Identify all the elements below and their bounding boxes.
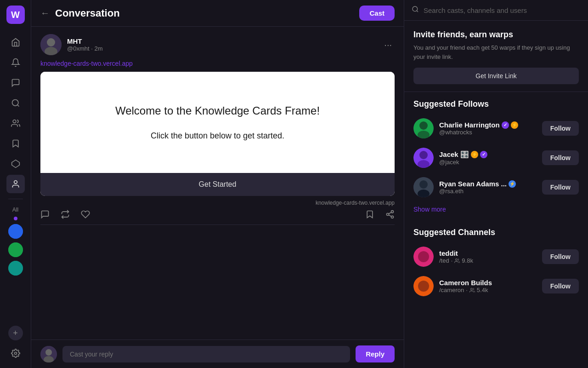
svg-point-5: [14, 352, 17, 355]
svg-point-2: [13, 120, 16, 123]
reply-input[interactable]: [62, 346, 350, 362]
post-header: MHT @0xmht · 2m ···: [40, 34, 395, 55]
page-title: Conversation: [55, 7, 354, 19]
charlie-avatar[interactable]: [413, 118, 434, 138]
svg-point-9: [391, 211, 394, 213]
add-button[interactable]: +: [8, 326, 23, 340]
charlie-info: Charlie Harrington ✓ ⚡ @whatrocks: [439, 121, 537, 136]
feed-avatars: [8, 224, 23, 276]
feed-area: MHT @0xmht · 2m ··· knowledge-cards-two.…: [31, 27, 404, 339]
feed-avatar-2[interactable]: [8, 242, 23, 257]
follow-item-jacek: Jacek 🎛️ ⚡ ✓ @jacek Follow: [404, 143, 588, 172]
svg-point-17: [413, 6, 418, 12]
cast-button[interactable]: Cast: [359, 6, 395, 21]
suggested-follows-section: Suggested Follows Charlie Harrington ✓ ⚡…: [404, 92, 588, 220]
follow-teddit-button[interactable]: Follow: [542, 249, 579, 264]
invite-title: Invite friends, earn warps: [413, 30, 579, 40]
teddit-info: teddit /ted · 9.8k: [439, 249, 537, 264]
search-bar: [404, 0, 588, 21]
ryan-info: Ryan Sean Adams ... ⚡ @rsa.eth: [439, 180, 537, 195]
frame-card: Welcome to the Knowledge Cards Frame! Cl…: [40, 72, 395, 196]
feed-avatar-1[interactable]: [8, 224, 23, 239]
cameron-name: Cameron Builds: [439, 279, 537, 287]
charlie-handle: @whatrocks: [439, 129, 537, 136]
bolt-badge: ⚡: [511, 121, 518, 129]
sidebar-item-bookmarks[interactable]: [6, 134, 25, 153]
svg-line-12: [389, 215, 391, 216]
frame-title: Welcome to the Knowledge Cards Frame!: [115, 104, 320, 117]
post-author-avatar[interactable]: [40, 34, 62, 55]
ryan-avatar[interactable]: [413, 177, 434, 197]
jacek-handle: @jacek: [439, 159, 537, 166]
charlie-name: Charlie Harrington ✓ ⚡: [439, 121, 537, 129]
post-handle-time: @0xmht · 2m: [67, 45, 376, 52]
reply-button[interactable]: Reply: [356, 345, 395, 362]
show-more-link[interactable]: Show more: [404, 202, 588, 220]
svg-line-18: [417, 11, 418, 12]
verified-badge: ✓: [502, 121, 509, 129]
cameron-meta: /cameron · 5.4k: [439, 287, 537, 293]
post-user-info: MHT @0xmht · 2m: [67, 37, 376, 52]
sidebar-item-search[interactable]: [6, 94, 25, 112]
sidebar-item-profile[interactable]: [6, 175, 25, 193]
bookmark-button[interactable]: [365, 210, 374, 219]
sidebar-item-notifications[interactable]: [6, 53, 25, 72]
channel-item-cameron: Cameron Builds /cameron · 5.4k Follow: [404, 271, 588, 301]
post-link[interactable]: knowledge-cards-two.vercel.app: [40, 60, 395, 67]
cameron-info: Cameron Builds /cameron · 5.4k: [439, 279, 537, 293]
share-button[interactable]: [385, 210, 395, 219]
reply-bar: Reply: [31, 339, 404, 368]
like-button[interactable]: [81, 210, 90, 219]
follow-charlie-button[interactable]: Follow: [542, 121, 579, 136]
frame-footer: knowledge-cards-two.vercel.app: [40, 198, 395, 206]
svg-point-33: [470, 288, 472, 290]
recast-button[interactable]: [61, 210, 70, 219]
svg-point-7: [47, 38, 55, 46]
svg-point-4: [14, 181, 17, 184]
svg-point-10: [387, 213, 389, 216]
frame-subtitle: Click the button below to get started.: [151, 131, 284, 141]
svg-point-23: [419, 151, 428, 159]
jacek-avatar[interactable]: [413, 148, 434, 168]
frame-content: Welcome to the Knowledge Cards Frame! Cl…: [40, 72, 395, 173]
sidebar-item-messages[interactable]: [6, 74, 25, 92]
jacek-info: Jacek 🎛️ ⚡ ✓ @jacek: [439, 150, 537, 166]
post-more-button[interactable]: ···: [381, 40, 395, 50]
teddit-avatar[interactable]: [413, 247, 434, 267]
svg-point-20: [419, 121, 428, 130]
reply-avatar: [40, 346, 57, 362]
sidebar-left: W All +: [0, 0, 31, 368]
sidebar-bottom: +: [6, 326, 25, 362]
follow-item-ryan: Ryan Sean Adams ... ⚡ @rsa.eth Follow: [404, 172, 588, 202]
search-icon: [412, 6, 419, 15]
get-invite-link-button[interactable]: Get Invite Link: [413, 68, 579, 84]
sidebar-item-users[interactable]: [6, 114, 25, 132]
follow-item-charlie: Charlie Harrington ✓ ⚡ @whatrocks Follow: [404, 114, 588, 143]
settings-icon[interactable]: [6, 344, 25, 362]
feed-indicator: [14, 217, 17, 220]
back-button[interactable]: ←: [40, 8, 50, 18]
invite-description: You and your friend each get 50 warps if…: [413, 43, 579, 61]
sidebar-item-diamond[interactable]: [6, 155, 25, 173]
app-logo[interactable]: W: [6, 6, 25, 24]
suggested-follows-title: Suggested Follows: [404, 92, 588, 114]
sidebar-divider: [8, 199, 23, 199]
post-card: MHT @0xmht · 2m ··· knowledge-cards-two.…: [40, 34, 395, 225]
cameron-avatar[interactable]: [413, 276, 434, 296]
jacek-bolt-badge: ⚡: [471, 151, 478, 158]
follow-cameron-button[interactable]: Follow: [542, 279, 579, 293]
invite-section: Invite friends, earn warps You and your …: [404, 21, 588, 92]
sidebar-item-home[interactable]: [6, 33, 25, 52]
jacek-verified-badge: ✓: [480, 151, 487, 158]
follow-ryan-button[interactable]: Follow: [542, 180, 579, 195]
channel-item-teddit: teddit /ted · 9.8k Follow: [404, 242, 588, 271]
comment-button[interactable]: [40, 210, 50, 219]
jacek-name: Jacek 🎛️ ⚡ ✓: [439, 150, 537, 159]
follow-jacek-button[interactable]: Follow: [542, 150, 579, 165]
svg-point-0: [12, 100, 18, 106]
svg-line-1: [17, 105, 19, 107]
frame-get-started-button[interactable]: Get Started: [40, 173, 395, 196]
svg-line-13: [389, 212, 391, 213]
search-input[interactable]: [424, 6, 581, 14]
feed-avatar-3[interactable]: [8, 261, 23, 276]
